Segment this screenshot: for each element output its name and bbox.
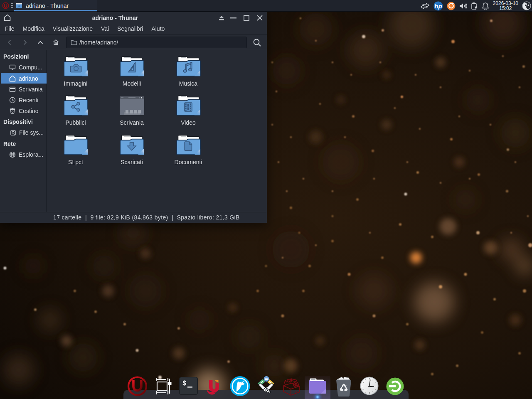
svg-text:$: $ — [182, 380, 187, 387]
svg-text:hp: hp — [434, 2, 442, 9]
